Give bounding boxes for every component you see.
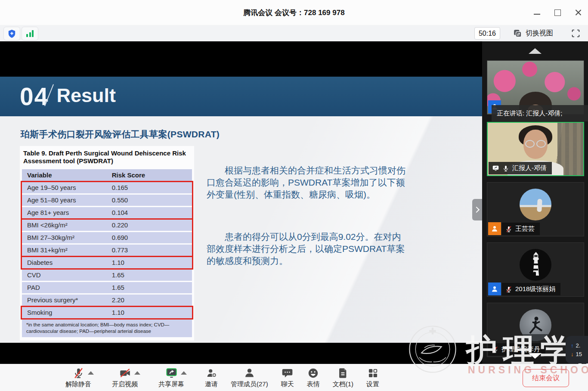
risk-table-body: Age 19–50 years0.165Age 51–80 years0.550… (22, 182, 192, 318)
score-cell: 1.10 (112, 259, 187, 266)
variable-cell: Smoking (27, 309, 112, 316)
toolbar-item-label: 聊天 (281, 380, 294, 388)
toolbar-item-label: 设置 (366, 380, 379, 388)
screen-share-button[interactable]: 共享屏幕 (158, 367, 184, 388)
table-row: Diabetes1.10 (22, 257, 192, 268)
minimize-icon (534, 14, 540, 15)
scroll-up-arrow[interactable] (529, 48, 542, 54)
variable-cell: BMI 27–30kg/m² (27, 234, 112, 241)
meeting-status-bar: 50:16 切换视图 (0, 25, 588, 41)
table-row: Previous surgery*2.20 (22, 295, 192, 306)
video-tile-participant[interactable]: 王芸芸 (487, 182, 584, 236)
switch-view-icon (513, 29, 522, 38)
variable-cell: Age 51–80 years (27, 196, 112, 204)
variable-cell: Age 81+ years (27, 209, 112, 216)
variable-cell: BMI <26kg/m² (27, 221, 112, 229)
toolbar-item-label: 开启视频 (112, 380, 138, 388)
person-icon (491, 285, 498, 293)
table-caption: Table 9. Draft Perth Surgical Wound Dehi… (23, 149, 188, 165)
slide-paragraph-1: 根据与患者相关的合并症和生活方式习惯对伤口愈合延迟的影响，PSWDRAT草案增加… (207, 164, 408, 201)
slide-body: 珀斯手术伤口裂开风险评估工具草案(PSWDRAT) Table 9. Draft… (0, 116, 482, 343)
slide-next-arrow[interactable] (472, 199, 482, 220)
table-group-highlighted: Diabetes1.10 (22, 257, 192, 268)
caret-up-icon[interactable] (181, 371, 187, 375)
table-row: Age 19–50 years0.165 (22, 182, 192, 193)
settings-button[interactable]: 设置 (366, 367, 379, 388)
chevron-right-icon (473, 207, 480, 213)
network-stats-panel: ↑ 2. ↓ 15 (566, 336, 588, 363)
maximize-button[interactable] (554, 9, 561, 16)
table-row: BMI 27–30kg/m²0.690 (22, 232, 192, 243)
minimize-button[interactable] (533, 9, 541, 16)
bottom-toolbar: 解除静音开启视频共享屏幕邀请管理成员(27)聊天表情文档(1)设置 结束会议 (0, 364, 588, 391)
avatar (520, 249, 551, 281)
score-cell: 0.773 (112, 246, 187, 254)
members-icon (244, 367, 255, 379)
video-tile-speaker[interactable]: 汇报人-邓倩 (487, 122, 584, 176)
table-group-highlighted: BMI <26kg/m²0.220BMI 27–30kg/m²0.690BMI … (22, 220, 192, 256)
participant-name: 汇报人-邓倩 (512, 164, 547, 172)
score-cell: 0.104 (112, 209, 187, 216)
variable-cell: CVD (27, 271, 112, 279)
slide-heading: 珀斯手术伤口裂开风险评估工具草案(PSWDRAT) (21, 128, 220, 140)
maximize-icon (554, 9, 561, 16)
invite-button[interactable]: 邀请 (205, 367, 218, 388)
participant-name: 护理学院李丹 (501, 345, 540, 354)
screen-share-icon (166, 367, 177, 379)
video-tile-participant[interactable]: 2018级张丽娟 (487, 242, 584, 297)
variable-cell: BMI 31+kg/m² (27, 246, 112, 254)
fullscreen-button[interactable] (571, 29, 580, 38)
mic-muted-icon (505, 286, 512, 293)
toolbar-item-label: 表情 (307, 380, 320, 388)
jumping-person-avatar-icon (520, 309, 551, 341)
chat-button[interactable]: 聊天 (281, 367, 294, 388)
security-shield-button[interactable] (3, 27, 20, 40)
toolbar-items: 解除静音开启视频共享屏幕邀请管理成员(27)聊天表情文档(1)设置 (65, 364, 379, 391)
close-button[interactable] (574, 9, 582, 16)
participant-nameplate: 王芸芸 (502, 223, 540, 235)
document-button[interactable]: 文档(1) (333, 367, 353, 388)
scroll-down-arrow[interactable] (529, 353, 542, 359)
speaker-glasses (524, 140, 547, 147)
toolbar-item-label: 解除静音 (65, 380, 91, 388)
window-controls (533, 0, 582, 25)
shared-screen-area: 04 Result 珀斯手术伤口裂开风险评估工具草案(PSWDRAT) Tabl… (0, 41, 482, 364)
mic-on-icon (502, 165, 509, 172)
members-button[interactable]: 管理成员(27) (231, 367, 268, 388)
caret-up-icon[interactable] (134, 371, 140, 375)
participants-sidebar: 正在讲话: 汇报人-邓倩; 汇报人-邓倩 (482, 41, 588, 364)
participant-nameplate: 2018级张丽娟 (502, 283, 560, 295)
fullscreen-icon (571, 29, 580, 38)
table-row: CVD1.65 (22, 270, 192, 281)
score-cell: 0.220 (112, 221, 187, 229)
end-meeting-button[interactable]: 结束会议 (523, 369, 569, 387)
participant-badge (488, 222, 501, 235)
signal-bars-icon (26, 30, 34, 37)
title-bar: 腾讯会议 会议号：728 169 978 (0, 0, 588, 25)
toolbar-item-label: 共享屏幕 (158, 380, 184, 388)
settings-icon (367, 367, 379, 379)
avatar (520, 309, 551, 341)
mic-muted-button[interactable]: 解除静音 (65, 367, 91, 388)
toolbar-item-label: 邀请 (205, 380, 218, 388)
shield-plus-icon (7, 29, 17, 39)
emoji-button[interactable]: 表情 (307, 367, 320, 388)
person-icon (491, 225, 498, 233)
table-row: PAD1.65 (22, 282, 192, 293)
tencent-meeting-window: 腾讯会议 会议号：728 169 978 50:16 切 (0, 0, 588, 391)
camera-off-button[interactable]: 开启视频 (112, 367, 138, 388)
upload-value: 2. (576, 342, 581, 349)
mic-muted-icon (505, 226, 512, 233)
score-cell: 1.10 (112, 309, 187, 316)
table-group: CVD1.65PAD1.65Previous surgery*2.20 (22, 270, 192, 306)
table-group-highlighted: Age 19–50 years0.165Age 51–80 years0.550… (22, 182, 192, 218)
score-cell: 0.165 (112, 184, 187, 191)
participant-name: 2018级张丽娟 (515, 285, 555, 293)
score-cell: 0.550 (112, 196, 187, 204)
switch-view-button[interactable]: 切换视图 (513, 27, 553, 39)
column-header-variable: Variable (27, 171, 112, 179)
caret-up-icon[interactable] (88, 371, 94, 375)
network-quality-button[interactable] (22, 27, 38, 40)
emoji-icon (307, 367, 319, 379)
upload-arrow-icon: ↑ (571, 342, 574, 349)
